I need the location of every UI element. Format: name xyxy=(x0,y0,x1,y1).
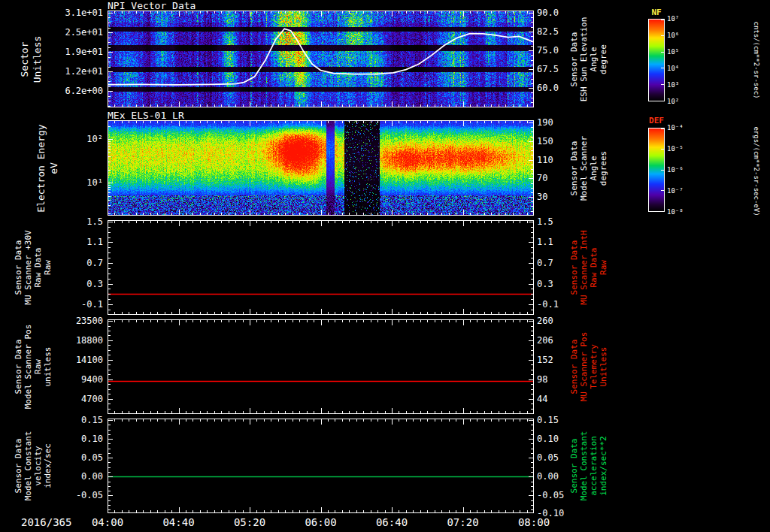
panel-canvas-npi xyxy=(108,11,534,107)
colorbar-unit-nf: cnts/(cm**2-sr-sec) xyxy=(753,22,760,99)
colorbar-tick-def: 10⁻⁸ xyxy=(667,208,684,216)
colorbar-tick-nf: 10⁵ xyxy=(667,48,679,56)
panel-canvas-mu30 xyxy=(108,220,534,315)
ylabel-right-vel: Sensor DataModel Constantaccelerationind… xyxy=(569,431,608,501)
ytick-left-npi: 3.1e+01 xyxy=(44,8,103,17)
ytick-left-mu30: 0.7 xyxy=(44,258,103,268)
ytick-right-vel: 0.15 xyxy=(537,416,584,425)
time-label-0800: 08:00 xyxy=(510,516,558,528)
ytick-left-scanpos: 18800 xyxy=(44,336,103,345)
time-label-0400: 04:00 xyxy=(83,516,132,528)
colorbar-tick-nf: 10⁶ xyxy=(667,32,679,39)
ytick-right-scanpos: 260 xyxy=(537,316,584,325)
ytick-left-vel: 0.15 xyxy=(44,416,103,425)
ytick-left-scanpos: 14100 xyxy=(44,355,103,364)
ytick-left-scanpos: 9400 xyxy=(44,375,103,384)
colorbar-tick-def: 10⁻⁵ xyxy=(667,145,684,153)
tplot-screen: NPI Vector Data MEx ELS-01 LR 3.1e+012.5… xyxy=(0,0,770,532)
ytick-left-vel: 0.00 xyxy=(44,472,103,481)
date-label: 2016/365 xyxy=(21,516,71,528)
colorbar-tick-def: 10⁻⁷ xyxy=(667,187,684,195)
ylabel-left-scanpos: Sensor DataModel Scanner PosRawunitless xyxy=(14,325,53,410)
panel-canvas-els xyxy=(108,120,534,216)
ytick-left-npi: 6.2e+00 xyxy=(44,86,103,95)
colorbar-nf xyxy=(648,19,665,101)
ytick-left-mu30: -0.1 xyxy=(44,300,103,309)
ytick-left-vel: 0.10 xyxy=(44,434,103,443)
ytick-left-npi: 1.9e+01 xyxy=(44,47,103,56)
ytick-left-npi: 2.5e+01 xyxy=(44,28,103,37)
colorbar-def xyxy=(648,128,665,212)
panel-title-els: MEx ELS-01 LR xyxy=(108,110,184,121)
time-label-0520: 05:20 xyxy=(226,516,274,528)
time-label-0720: 07:20 xyxy=(439,516,487,528)
colorbar-tick-def: 10⁻⁶ xyxy=(667,166,684,174)
colorbar-tick-def: 10⁻⁴ xyxy=(667,124,684,131)
ylabel-right-els: Sensor DataModel ScannerAngledegrees xyxy=(569,135,608,200)
ytick-right-els: 190 xyxy=(537,118,584,127)
ytick-left-mu30: 1.1 xyxy=(44,237,103,246)
colorbar-tick-nf: 10⁴ xyxy=(667,65,679,72)
ytick-left-vel: -0.05 xyxy=(44,491,103,500)
ytick-left-mu30: 0.3 xyxy=(44,280,103,289)
ytick-left-mu30: 1.5 xyxy=(44,217,103,226)
panel-title-npi: NPI Vector Data xyxy=(108,0,196,11)
ytick-right-mu30: 1.5 xyxy=(537,217,584,226)
ytick-left-vel: 0.05 xyxy=(44,453,103,462)
ylabel-left-mu30: Sensor DataMU Scanner +30VRaw DataRaw xyxy=(14,230,53,304)
panel-canvas-scanpos xyxy=(108,319,534,414)
ytick-left-scanpos: 23500 xyxy=(44,316,103,325)
ytick-left-scanpos: 4700 xyxy=(44,394,103,404)
ylabel-right-mu30: Sensor DataMU Scanner IntHRaw DataRaw xyxy=(569,230,608,304)
ylabel-left-npi: SectorUnitless xyxy=(18,35,44,83)
ylabel-right-npi: Sensor DataESH Sun ElevationAngledegree xyxy=(569,17,608,101)
ytick-right-npi: 90.0 xyxy=(537,8,584,17)
time-label-0640: 06:40 xyxy=(368,516,416,528)
colorbar-tick-nf: 10³ xyxy=(667,81,679,89)
colorbar-tick-nf: 10² xyxy=(667,98,679,105)
colorbar-unit-def: ergs/(cm**2-sr-sec-eV) xyxy=(753,126,760,216)
ylabel-left-vel: Sensor DataModel Constantvelocityindex/s… xyxy=(14,431,53,501)
panel-canvas-vel xyxy=(108,419,534,513)
time-label-0600: 06:00 xyxy=(297,516,345,528)
ytick-left-npi: 1.2e+01 xyxy=(44,67,103,76)
ylabel-left-els: Electron EnergyeV xyxy=(35,124,60,212)
colorbar-tick-nf: 10⁷ xyxy=(667,15,679,23)
time-label-0440: 04:40 xyxy=(155,516,203,528)
ylabel-right-scanpos: Sensor DataMU Scanner PosTelemetryUnitle… xyxy=(569,332,608,402)
